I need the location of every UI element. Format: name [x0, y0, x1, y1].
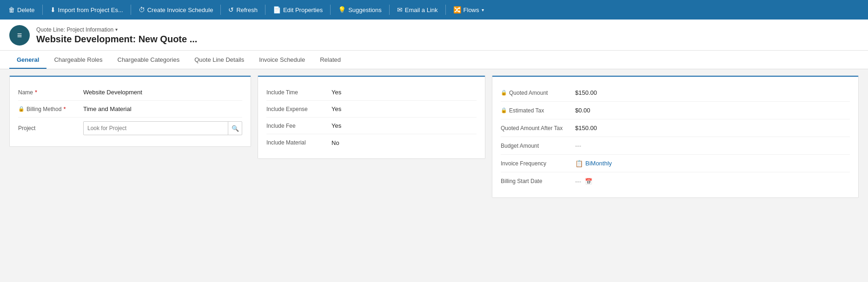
quoted-amount-value: $150.00	[575, 89, 597, 96]
refresh-button[interactable]: ↺ Refresh	[224, 4, 262, 15]
quoted-amount-row: 🔒 Quoted Amount $150.00	[501, 84, 850, 102]
estimated-tax-value: $0.00	[575, 107, 590, 114]
include-material-value: No	[331, 139, 339, 146]
tab-chargeable-roles[interactable]: Chargeable Roles	[46, 51, 110, 69]
edit-properties-icon: 📄	[273, 6, 281, 13]
include-time-row: Include Time Yes	[266, 84, 477, 101]
invoice-frequency-row: Invoice Frequency 📋 BiMonthly	[501, 155, 850, 172]
flows-chevron-icon: ▾	[482, 7, 484, 13]
flows-button[interactable]: 🔀 Flows ▾	[449, 4, 489, 15]
invoice-frequency-icon: 📋	[575, 160, 583, 167]
include-expense-row: Include Expense Yes	[266, 101, 477, 118]
import-icon: ⬇	[50, 6, 56, 13]
header-section: ≡ Quote Line: Project Information ▾ Webs…	[0, 20, 868, 51]
name-label: Name *	[18, 89, 83, 96]
entity-icon: ≡	[9, 25, 30, 46]
tab-chargeable-categories[interactable]: Chargeable Categories	[110, 51, 187, 69]
main-content: Name * Website Development 🔒 Billing Met…	[0, 69, 868, 277]
invoice-frequency-value[interactable]: 📋 BiMonthly	[575, 160, 612, 167]
project-search-button[interactable]: 🔍	[228, 121, 242, 135]
name-required-marker: *	[35, 89, 37, 96]
header-text: Quote Line: Project Information ▾ Websit…	[36, 26, 197, 45]
import-button[interactable]: ⬇ Import from Project Es...	[46, 4, 128, 15]
suggestions-icon: 💡	[338, 6, 346, 13]
project-input[interactable]	[84, 123, 228, 133]
delete-icon: 🗑	[8, 6, 15, 13]
billing-method-label: 🔒 Billing Method *	[18, 105, 83, 112]
name-value: Website Development	[83, 89, 142, 96]
billing-start-date-row: Billing Start Date --- 📅	[501, 172, 850, 190]
separator-3	[220, 5, 221, 15]
billing-method-required-marker: *	[63, 105, 66, 112]
separator-6	[389, 5, 390, 15]
tabs-row: General Chargeable Roles Chargeable Cate…	[0, 51, 868, 69]
quoted-amount-after-tax-row: Quoted Amount After Tax $150.00	[501, 119, 850, 137]
toolbar: 🗑 Delete ⬇ Import from Project Es... ⏱ C…	[0, 0, 868, 20]
project-field-row: Project 🔍	[18, 118, 242, 139]
separator-1	[42, 5, 43, 15]
billing-start-date-calendar-button[interactable]: 📅	[585, 178, 592, 185]
email-icon: ✉	[397, 6, 403, 13]
separator-7	[445, 5, 446, 15]
estimated-tax-lock-icon: 🔒	[501, 107, 507, 113]
breadcrumb-chevron-icon: ▾	[115, 27, 118, 32]
include-expense-value: Yes	[331, 105, 341, 112]
project-label: Project	[18, 125, 83, 131]
middle-card: Include Time Yes Include Expense Yes Inc…	[258, 76, 485, 159]
billing-method-value: Time and Material	[83, 105, 132, 112]
billing-method-lock-icon: 🔒	[18, 106, 25, 112]
estimated-tax-label: 🔒 Estimated Tax	[501, 107, 575, 114]
page-title: Website Development: New Quote ...	[36, 34, 197, 45]
flows-icon: 🔀	[453, 6, 461, 13]
budget-amount-row: Budget Amount ---	[501, 137, 850, 155]
quoted-amount-lock-icon: 🔒	[501, 90, 507, 96]
tab-general[interactable]: General	[9, 51, 46, 69]
name-field-row: Name * Website Development	[18, 84, 242, 101]
include-fee-value: Yes	[331, 122, 341, 129]
cards-row: Name * Website Development 🔒 Billing Met…	[9, 76, 859, 198]
budget-amount-label: Budget Amount	[501, 143, 575, 149]
suggestions-button[interactable]: 💡 Suggestions	[333, 4, 386, 15]
left-card: Name * Website Development 🔒 Billing Met…	[9, 76, 251, 147]
include-expense-label: Include Expense	[266, 106, 331, 112]
project-input-wrap[interactable]: 🔍	[83, 121, 242, 135]
billing-start-date-value: ---	[575, 178, 581, 185]
billing-method-field-row: 🔒 Billing Method * Time and Material	[18, 101, 242, 118]
edit-properties-button[interactable]: 📄 Edit Properties	[268, 4, 327, 15]
tab-related[interactable]: Related	[312, 51, 348, 69]
invoice-frequency-label: Invoice Frequency	[501, 160, 575, 167]
separator-5	[330, 5, 331, 15]
tab-invoice-schedule[interactable]: Invoice Schedule	[252, 51, 312, 69]
separator-2	[131, 5, 131, 15]
tab-quote-line-details[interactable]: Quote Line Details	[187, 51, 252, 69]
refresh-icon: ↺	[228, 6, 234, 13]
search-icon: 🔍	[232, 125, 239, 132]
billing-start-date-label: Billing Start Date	[501, 178, 575, 184]
estimated-tax-row: 🔒 Estimated Tax $0.00	[501, 102, 850, 119]
quoted-amount-after-tax-label: Quoted Amount After Tax	[501, 125, 575, 131]
include-time-label: Include Time	[266, 89, 331, 96]
include-material-label: Include Material	[266, 139, 331, 146]
calendar-icon: 📅	[585, 178, 592, 185]
include-fee-row: Include Fee Yes	[266, 118, 477, 134]
include-material-row: Include Material No	[266, 134, 477, 151]
email-link-button[interactable]: ✉ Email a Link	[392, 4, 443, 15]
delete-button[interactable]: 🗑 Delete	[4, 4, 40, 15]
separator-4	[265, 5, 265, 15]
quoted-amount-label: 🔒 Quoted Amount	[501, 90, 575, 96]
create-invoice-button[interactable]: ⏱ Create Invoice Schedule	[134, 4, 218, 15]
quoted-amount-after-tax-value: $150.00	[575, 125, 597, 131]
include-fee-label: Include Fee	[266, 123, 331, 129]
right-card: 🔒 Quoted Amount $150.00 🔒 Estimated Tax …	[492, 76, 859, 198]
include-time-value: Yes	[331, 89, 341, 96]
breadcrumb[interactable]: Quote Line: Project Information ▾	[36, 26, 197, 33]
budget-amount-value: ---	[575, 142, 581, 149]
create-invoice-icon: ⏱	[139, 6, 145, 13]
